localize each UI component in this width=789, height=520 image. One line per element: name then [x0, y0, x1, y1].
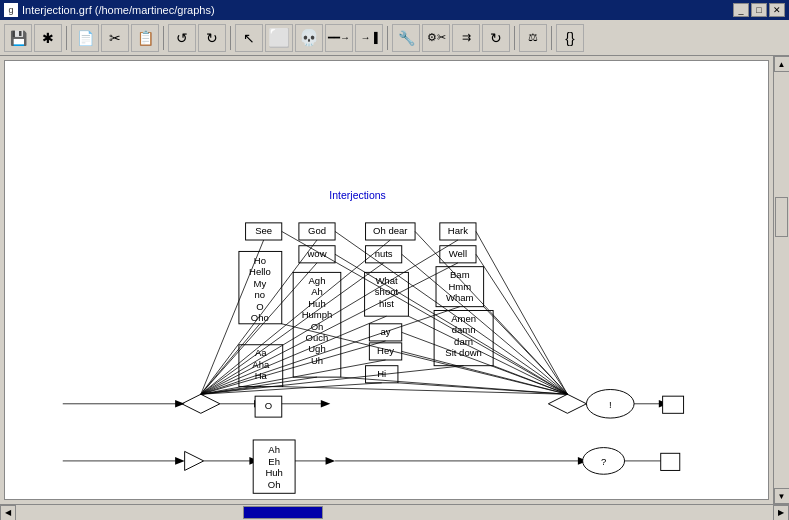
- toolbar-separator-3: [230, 26, 231, 50]
- bottom-arrow-1: [175, 457, 185, 465]
- window-title: Interjection.grf (/home/martinec/graphs): [22, 4, 733, 16]
- select-tool[interactable]: ↖: [235, 24, 263, 52]
- box-tool[interactable]: ⬜: [265, 24, 293, 52]
- scroll-track-h: [16, 505, 773, 520]
- node-aheh-text3: Huh: [265, 467, 282, 478]
- right-diamond-1: [548, 394, 586, 413]
- toolbar-separator-5: [514, 26, 515, 50]
- scroll-thumb-h[interactable]: [243, 506, 323, 519]
- settings-button[interactable]: ✱: [34, 24, 62, 52]
- node-damn-text: damn: [452, 324, 476, 335]
- maximize-button[interactable]: □: [751, 3, 767, 17]
- minimize-button[interactable]: _: [733, 3, 749, 17]
- node-see-text: See: [255, 225, 272, 236]
- save-button[interactable]: 💾: [4, 24, 32, 52]
- close-button[interactable]: ✕: [769, 3, 785, 17]
- toolbar-separator-6: [551, 26, 552, 50]
- node-ouch-text: Ouch: [306, 332, 329, 343]
- vertical-scrollbar[interactable]: ▲ ▼: [773, 56, 789, 504]
- end-box: [663, 396, 684, 413]
- toolbar: 💾 ✱ 📄 ✂ 📋 ↺ ↻ ↖ ⬜ 💀 ━━→ →▐ 🔧 ⚙✂ ⇉ ↻ ⚖ {}: [0, 20, 789, 56]
- node-my-text: My: [254, 278, 267, 289]
- node-no-text: no: [255, 289, 266, 300]
- undo-button[interactable]: ↺: [168, 24, 196, 52]
- node-wham-text: Wham: [446, 292, 474, 303]
- canvas-area: Interjections O !: [4, 60, 769, 500]
- bottom-diamond-left: [185, 451, 204, 470]
- redo-button[interactable]: ↻: [198, 24, 226, 52]
- node-sitdown-text: Sit down: [445, 347, 482, 358]
- window-controls[interactable]: _ □ ✕: [733, 3, 785, 17]
- node-oh-dear-text: Oh dear: [373, 225, 408, 236]
- node-god-text: God: [308, 225, 326, 236]
- paste-button[interactable]: 📋: [131, 24, 159, 52]
- node-amen-text: Amen: [451, 313, 476, 324]
- gear-tool[interactable]: ⚙✂: [422, 24, 450, 52]
- scroll-right-button[interactable]: ▶: [773, 505, 789, 521]
- oval-question-text: ?: [601, 456, 606, 467]
- horizontal-scrollbar[interactable]: ◀ ▶: [0, 504, 789, 520]
- node-o-text: O: [265, 400, 272, 411]
- node-nuts-text: nuts: [375, 248, 393, 259]
- balance-tool[interactable]: ⚖: [519, 24, 547, 52]
- scroll-up-button[interactable]: ▲: [774, 56, 790, 72]
- node-oho-text: Oho: [251, 312, 269, 323]
- toolbar-separator-2: [163, 26, 164, 50]
- main-area: Interjections O !: [0, 56, 789, 504]
- new-button[interactable]: 📄: [71, 24, 99, 52]
- node-hark-text: Hark: [448, 225, 468, 236]
- node-aheh-text: Ah: [268, 444, 280, 455]
- scroll-down-button[interactable]: ▼: [774, 488, 790, 504]
- refresh-tool[interactable]: ↻: [482, 24, 510, 52]
- node-bam-text: Bam: [450, 269, 470, 280]
- end-box-2: [661, 453, 680, 470]
- arrow-tool-1[interactable]: ━━→: [325, 24, 353, 52]
- graph-title: Interjections: [329, 190, 385, 201]
- node-aheh-text2: Eh: [268, 456, 280, 467]
- node-hmm-text: Hmm: [448, 281, 471, 292]
- toolbar-separator-4: [387, 26, 388, 50]
- arrow-3: [321, 400, 331, 408]
- arrow-tool-2[interactable]: →▐: [355, 24, 383, 52]
- app-icon: g: [4, 3, 18, 17]
- scroll-left-button[interactable]: ◀: [0, 505, 16, 521]
- left-diamond-1: [182, 394, 220, 413]
- arrows-tool[interactable]: ⇉: [452, 24, 480, 52]
- scroll-track-v: [774, 72, 789, 488]
- node-hi-text: Hi: [377, 368, 386, 379]
- bottom-arrow-3: [326, 457, 336, 465]
- node-darn-text: darn: [454, 336, 473, 347]
- wrench-tool[interactable]: 🔧: [392, 24, 420, 52]
- graph-canvas[interactable]: Interjections O !: [5, 61, 768, 499]
- node-agh-text: Agh: [309, 275, 326, 286]
- node-well-text: Well: [449, 248, 467, 259]
- arrow-1: [175, 400, 185, 408]
- oval-exclaim-text: !: [609, 399, 612, 410]
- node-o-text2: O: [256, 301, 263, 312]
- node-ah2-text: Ah: [311, 286, 323, 297]
- conn-r-aa: [283, 387, 568, 395]
- bracket-tool[interactable]: {}: [556, 24, 584, 52]
- conn-r-nuts: [402, 254, 568, 394]
- scroll-thumb-v[interactable]: [775, 197, 788, 237]
- title-bar: g Interjection.grf (/home/martinec/graph…: [0, 0, 789, 20]
- node-aheh-text4: Oh: [268, 479, 281, 490]
- error-tool[interactable]: 💀: [295, 24, 323, 52]
- cut-button[interactable]: ✂: [101, 24, 129, 52]
- toolbar-separator-1: [66, 26, 67, 50]
